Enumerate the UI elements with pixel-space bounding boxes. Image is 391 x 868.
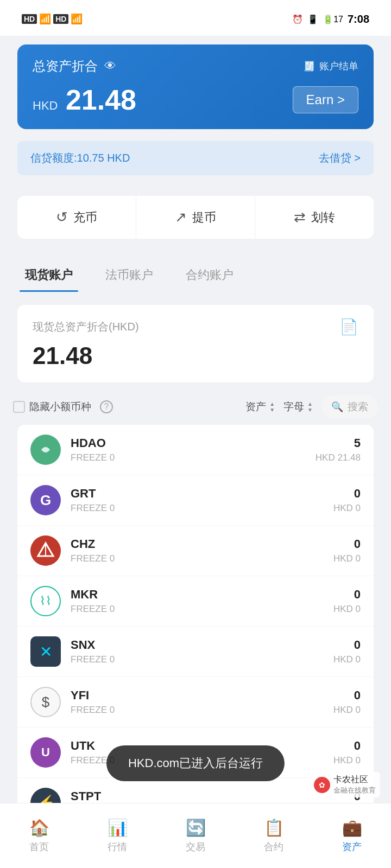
watermark-icon: ✿ (314, 777, 330, 793)
nav-icon-合约: 📋 (264, 818, 284, 837)
coin-item-mkr[interactable]: ⌇⌇ MKR FREEZE 0 0 HKD 0 (17, 576, 374, 627)
coin-amount-snx: 0 (333, 638, 361, 652)
coin-amount-utk: 0 (333, 739, 361, 753)
coin-amount-hdao: 5 (316, 436, 361, 450)
filter-row: 隐藏小额币种 ? 资产 ▲▼ 字母 ▲▼ 🔍 搜索 (0, 389, 391, 425)
action-row: ↺ 充币 ↗ 提币 ⇄ 划转 (17, 196, 374, 239)
credit-row: 信贷额度:10.75 HKD 去借贷 > (17, 141, 374, 175)
checkbox[interactable] (13, 401, 25, 413)
transfer-button[interactable]: ⇄ 划转 (255, 196, 374, 239)
time-display: 7:08 (348, 13, 369, 25)
battery-icon: 🔋17 (323, 14, 343, 24)
account-icon: 🧾 (303, 60, 315, 72)
watermark-subtitle: 金融在线教育 (333, 786, 376, 795)
nav-icon-行情: 📊 (108, 818, 128, 837)
recharge-button[interactable]: ↺ 充币 (17, 196, 136, 239)
bottom-nav: 🏠 首页 📊 行情 🔄 交易 📋 合约 💼 资产 (0, 803, 391, 868)
spot-total-card: 现货总资产折合(HKD) 📄 21.48 (17, 305, 374, 382)
hide-small-label: 隐藏小额币种 (29, 400, 91, 414)
coin-amount-chz: 0 (333, 537, 361, 551)
status-bar: HD 📶 HD 📶 ⏰ 📱 🔋17 7:08 (0, 0, 391, 36)
coin-symbol-stpt: STPT (71, 789, 333, 803)
coin-symbol-chz: CHZ (71, 537, 333, 551)
coin-symbol-snx: SNX (71, 638, 333, 652)
coin-item-snx[interactable]: ✕ SNX FREEZE 0 0 HKD 0 (17, 627, 374, 677)
withdraw-label: 提币 (192, 209, 216, 226)
nav-item-资产[interactable]: 💼 资产 (313, 803, 391, 868)
coin-amount-yfi: 0 (333, 688, 361, 703)
spot-total-value: 21.48 (33, 342, 358, 369)
currency-label: HKD (33, 99, 58, 112)
account-statement-link[interactable]: 🧾 账户结单 (303, 60, 358, 73)
coin-freeze-hdao: FREEZE 0 (71, 452, 316, 463)
coin-hkd-hdao: HKD 21.48 (316, 452, 361, 463)
coin-hkd-yfi: HKD 0 (333, 705, 361, 716)
spot-total-label: 现货总资产折合(HKD) (33, 320, 139, 334)
withdraw-icon: ↗ (175, 209, 187, 226)
coin-hkd-mkr: HKD 0 (333, 604, 361, 615)
coin-hkd-chz: HKD 0 (333, 553, 361, 564)
search-box[interactable]: 🔍 搜索 (321, 395, 378, 418)
credit-link[interactable]: 去借贷 > (319, 151, 361, 165)
coin-symbol-yfi: YFI (71, 688, 333, 703)
hd2-icon: HD (53, 14, 68, 24)
coin-hkd-utk: HKD 0 (333, 755, 361, 766)
toast-message: HKD.com已进入后台运行 (106, 745, 285, 781)
watermark: ✿ 卡农社区 金融在线教育 (310, 772, 380, 797)
balance-amount: 21.48 (66, 84, 136, 116)
hide-small-checkbox[interactable]: 隐藏小额币种 (13, 400, 91, 414)
tab-fiat[interactable]: 法币账户 (89, 258, 169, 292)
coin-item-grt[interactable]: G GRT FREEZE 0 0 HKD 0 (17, 475, 374, 526)
sort-asset-button[interactable]: 资产 ▲▼ (245, 400, 275, 414)
coin-item-chz[interactable]: CHZ FREEZE 0 0 HKD 0 (17, 526, 374, 576)
coin-item-yfi[interactable]: $ YFI FREEZE 0 0 HKD 0 (17, 677, 374, 727)
coin-symbol-grt: GRT (71, 487, 333, 501)
coin-amount-grt: 0 (333, 487, 361, 501)
search-icon: 🔍 (331, 401, 343, 413)
nav-item-行情[interactable]: 📊 行情 (78, 803, 156, 868)
sort-alpha-button[interactable]: 字母 ▲▼ (283, 400, 313, 414)
earn-button[interactable]: Earn > (293, 86, 358, 113)
recharge-icon: ↺ (56, 209, 68, 226)
nav-label-交易: 交易 (186, 840, 205, 853)
transfer-label: 划转 (311, 209, 335, 226)
nav-icon-交易: 🔄 (186, 818, 206, 837)
hd-icon: HD (22, 14, 37, 24)
coin-freeze-grt: FREEZE 0 (71, 503, 333, 514)
eye-icon[interactable]: 👁 (104, 59, 116, 73)
nav-label-行情: 行情 (108, 840, 127, 853)
tab-contract[interactable]: 合约账户 (169, 258, 250, 292)
withdraw-button[interactable]: ↗ 提币 (136, 196, 255, 239)
nav-label-首页: 首页 (29, 840, 49, 853)
coin-freeze-mkr: FREEZE 0 (71, 604, 333, 615)
nav-icon-首页: 🏠 (29, 818, 49, 837)
nav-icon-资产: 💼 (342, 818, 362, 837)
credit-label: 信贷额度:10.75 HKD (30, 151, 130, 165)
sim-icon: 📱 (307, 14, 318, 24)
coin-hkd-snx: HKD 0 (333, 654, 361, 665)
nav-label-合约: 合约 (264, 840, 283, 853)
tab-spot[interactable]: 现货账户 (9, 258, 89, 292)
help-icon[interactable]: ? (100, 400, 113, 413)
status-left-icons: HD 📶 HD 📶 (22, 13, 83, 25)
header-card: 总资产折合 👁 🧾 账户结单 HKD 21.48 Earn > (17, 44, 374, 129)
coin-symbol-mkr: MKR (71, 588, 333, 602)
account-tabs: 现货账户 法币账户 合约账户 (0, 254, 391, 292)
sort-asset-arrows: ▲▼ (269, 401, 275, 413)
coin-freeze-yfi: FREEZE 0 (71, 705, 333, 716)
nav-item-合约[interactable]: 📋 合约 (235, 803, 313, 868)
recharge-label: 充币 (73, 209, 97, 226)
coin-symbol-hdao: HDAO (71, 436, 316, 450)
nav-item-交易[interactable]: 🔄 交易 (156, 803, 235, 868)
coin-amount-mkr: 0 (333, 588, 361, 602)
watermark-title: 卡农社区 (333, 774, 376, 786)
transfer-icon: ⇄ (294, 209, 306, 226)
nav-item-首页[interactable]: 🏠 首页 (0, 803, 78, 868)
nav-label-资产: 资产 (342, 840, 362, 853)
coin-hkd-grt: HKD 0 (333, 503, 361, 514)
doc-icon[interactable]: 📄 (339, 318, 358, 336)
signal-icon: 📶 (39, 13, 51, 25)
coin-item-hdao[interactable]: HDAO FREEZE 0 5 HKD 21.48 (17, 425, 374, 475)
search-placeholder: 搜索 (348, 400, 368, 414)
alarm-icon: ⏰ (292, 14, 303, 24)
